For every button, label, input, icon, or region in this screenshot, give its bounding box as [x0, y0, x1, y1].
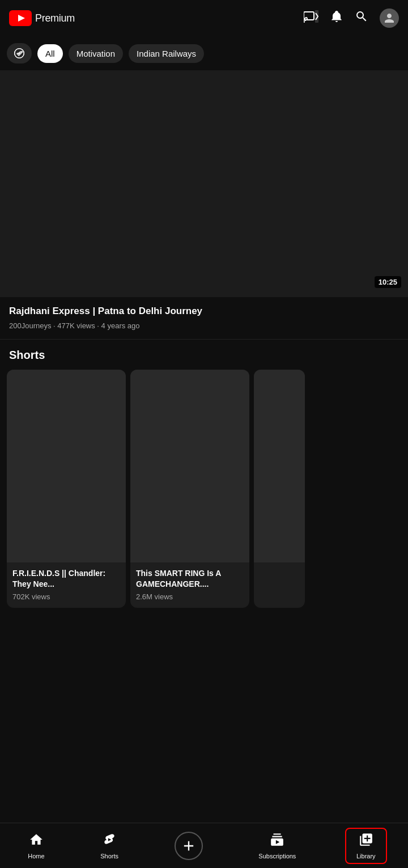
short-views-2: 2.6M views [136, 592, 244, 601]
library-label: Library [356, 853, 376, 859]
short-card-1[interactable]: F.R.I.E.N.D.S || Chandler: They Nee... 7… [7, 370, 126, 608]
nav-icons-group [304, 9, 399, 28]
short-thumbnail-2 [130, 370, 249, 562]
short-info-2: This SMART RING Is A GAMECHANGER.... 2.6… [130, 562, 249, 608]
bottom-navigation: Home Shorts Subscriptions [0, 823, 408, 868]
shorts-label: Shorts [100, 853, 118, 859]
filter-chips-row: All Motivation Indian Railways [0, 36, 408, 70]
filter-chip-indian-railways[interactable]: Indian Railways [129, 44, 204, 63]
shorts-row: F.R.I.E.N.D.S || Chandler: They Nee... 7… [0, 370, 408, 608]
nav-item-add[interactable] [168, 828, 210, 863]
shorts-section-heading: Shorts [0, 349, 408, 370]
nav-item-shorts[interactable]: Shorts [94, 829, 125, 863]
create-button[interactable] [175, 832, 203, 860]
nav-item-library[interactable]: Library [345, 828, 387, 864]
main-video-info: Rajdhani Express | Patna to Delhi Journe… [0, 297, 408, 339]
top-navigation: Premium [0, 0, 408, 36]
home-label: Home [28, 853, 44, 859]
main-video-title: Rajdhani Express | Patna to Delhi Journe… [9, 305, 399, 318]
filter-chip-motivation[interactable]: Motivation [69, 44, 123, 63]
account-avatar[interactable] [380, 9, 399, 28]
main-video-card[interactable]: 10:25 Rajdhani Express | Patna to Delhi … [0, 70, 408, 339]
notification-bell-icon[interactable] [330, 10, 343, 27]
short-views-1: 702K views [12, 592, 120, 601]
shorts-icon [102, 832, 117, 850]
short-info-1: F.R.I.E.N.D.S || Chandler: They Nee... 7… [7, 562, 126, 608]
library-icon [359, 832, 373, 850]
subscriptions-label: Subscriptions [258, 853, 296, 859]
short-title-1: F.R.I.E.N.D.S || Chandler: They Nee... [12, 568, 120, 590]
main-video-thumbnail [0, 70, 408, 297]
search-icon[interactable] [355, 10, 368, 27]
video-duration-badge: 10:25 [375, 276, 401, 288]
app-tier-label: Premium [35, 12, 75, 24]
nav-item-subscriptions[interactable]: Subscriptions [252, 829, 303, 863]
home-icon [29, 832, 44, 850]
svg-point-3 [304, 21, 305, 23]
nav-item-home[interactable]: Home [21, 829, 51, 863]
logo-area: Premium [9, 10, 75, 26]
filter-chip-all[interactable]: All [37, 44, 63, 63]
main-video-meta: 200Journeys · 477K views · 4 years ago [9, 321, 399, 330]
svg-point-6 [19, 53, 20, 54]
shorts-section: Shorts F.R.I.E.N.D.S || Chandler: They N… [0, 339, 408, 608]
cast-icon[interactable] [304, 10, 318, 26]
short-card-3-partial[interactable] [254, 370, 305, 608]
short-card-2[interactable]: This SMART RING Is A GAMECHANGER.... 2.6… [130, 370, 249, 608]
explore-chip[interactable] [7, 43, 32, 63]
short-thumbnail-3 [254, 370, 305, 562]
short-thumbnail-1 [7, 370, 126, 562]
youtube-logo-icon [9, 10, 32, 26]
subscriptions-icon [270, 832, 284, 850]
short-title-2: This SMART RING Is A GAMECHANGER.... [136, 568, 244, 590]
